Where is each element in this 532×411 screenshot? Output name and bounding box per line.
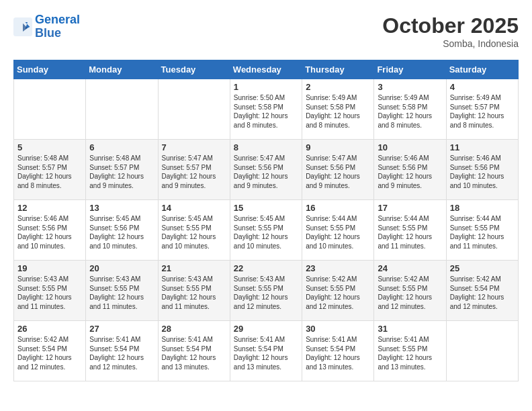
location: Somba, Indonesia [382, 38, 519, 49]
calendar-cell: 16Sunrise: 5:44 AM Sunset: 5:55 PM Dayli… [302, 200, 374, 261]
cell-info: Sunrise: 5:43 AM Sunset: 5:55 PM Dayligh… [234, 275, 298, 311]
logo-text: General Blue [35, 13, 80, 40]
calendar-cell: 6Sunrise: 5:48 AM Sunset: 5:57 PM Daylig… [86, 140, 158, 200]
day-number: 10 [378, 142, 442, 152]
cell-info: Sunrise: 5:41 AM Sunset: 5:55 PM Dayligh… [378, 335, 442, 371]
calendar-cell: 1Sunrise: 5:50 AM Sunset: 5:58 PM Daylig… [230, 79, 302, 140]
day-number: 12 [17, 203, 82, 213]
day-number: 31 [378, 324, 442, 334]
cell-info: Sunrise: 5:47 AM Sunset: 5:56 PM Dayligh… [234, 154, 298, 190]
logo: General Blue [13, 13, 80, 40]
calendar-cell: 2Sunrise: 5:49 AM Sunset: 5:58 PM Daylig… [302, 79, 374, 140]
day-number: 26 [17, 324, 82, 334]
calendar-table: SundayMondayTuesdayWednesdayThursdayFrid… [13, 60, 519, 381]
cell-info: Sunrise: 5:41 AM Sunset: 5:54 PM Dayligh… [89, 335, 154, 371]
cell-info: Sunrise: 5:44 AM Sunset: 5:55 PM Dayligh… [378, 214, 442, 250]
calendar-cell: 24Sunrise: 5:42 AM Sunset: 5:55 PM Dayli… [374, 261, 446, 321]
day-number: 16 [306, 203, 370, 213]
weekday-header-row: SundayMondayTuesdayWednesdayThursdayFrid… [14, 60, 519, 79]
day-number: 15 [234, 203, 298, 213]
month-title: October 2025 [382, 13, 519, 38]
week-row-5: 26Sunrise: 5:42 AM Sunset: 5:54 PM Dayli… [14, 321, 519, 381]
calendar-cell: 12Sunrise: 5:46 AM Sunset: 5:56 PM Dayli… [14, 200, 86, 261]
day-number: 25 [450, 263, 515, 273]
calendar-cell: 14Sunrise: 5:45 AM Sunset: 5:55 PM Dayli… [158, 200, 230, 261]
calendar-cell [86, 79, 158, 140]
day-number: 19 [17, 263, 82, 273]
calendar-cell: 30Sunrise: 5:41 AM Sunset: 5:54 PM Dayli… [302, 321, 374, 381]
calendar-cell: 17Sunrise: 5:44 AM Sunset: 5:55 PM Dayli… [374, 200, 446, 261]
cell-info: Sunrise: 5:49 AM Sunset: 5:58 PM Dayligh… [378, 93, 442, 130]
calendar-cell: 5Sunrise: 5:48 AM Sunset: 5:57 PM Daylig… [14, 140, 86, 200]
day-number: 8 [234, 142, 298, 152]
cell-info: Sunrise: 5:44 AM Sunset: 5:55 PM Dayligh… [306, 214, 370, 250]
calendar-cell: 10Sunrise: 5:46 AM Sunset: 5:56 PM Dayli… [374, 140, 446, 200]
logo-icon [13, 17, 32, 36]
calendar-cell: 7Sunrise: 5:47 AM Sunset: 5:57 PM Daylig… [158, 140, 230, 200]
day-number: 30 [306, 324, 370, 334]
day-number: 20 [89, 263, 154, 273]
cell-info: Sunrise: 5:46 AM Sunset: 5:56 PM Dayligh… [450, 154, 515, 190]
calendar-cell: 15Sunrise: 5:45 AM Sunset: 5:55 PM Dayli… [230, 200, 302, 261]
day-number: 2 [306, 82, 370, 92]
calendar-cell: 27Sunrise: 5:41 AM Sunset: 5:54 PM Dayli… [86, 321, 158, 381]
calendar-cell: 25Sunrise: 5:42 AM Sunset: 5:54 PM Dayli… [446, 261, 518, 321]
week-row-2: 5Sunrise: 5:48 AM Sunset: 5:57 PM Daylig… [14, 140, 519, 200]
day-number: 4 [450, 82, 515, 92]
day-number: 11 [450, 142, 515, 152]
logo-line2: Blue [35, 26, 61, 40]
day-number: 22 [234, 263, 298, 273]
cell-info: Sunrise: 5:41 AM Sunset: 5:54 PM Dayligh… [234, 335, 298, 371]
day-number: 17 [378, 203, 442, 213]
calendar-cell: 20Sunrise: 5:43 AM Sunset: 5:55 PM Dayli… [86, 261, 158, 321]
cell-info: Sunrise: 5:48 AM Sunset: 5:57 PM Dayligh… [89, 154, 154, 190]
day-number: 13 [89, 203, 154, 213]
calendar-cell: 3Sunrise: 5:49 AM Sunset: 5:58 PM Daylig… [374, 79, 446, 140]
day-number: 29 [234, 324, 298, 334]
cell-info: Sunrise: 5:47 AM Sunset: 5:57 PM Dayligh… [162, 154, 226, 190]
cell-info: Sunrise: 5:44 AM Sunset: 5:55 PM Dayligh… [450, 214, 515, 250]
week-row-4: 19Sunrise: 5:43 AM Sunset: 5:55 PM Dayli… [14, 261, 519, 321]
day-number: 21 [162, 263, 226, 273]
cell-info: Sunrise: 5:43 AM Sunset: 5:55 PM Dayligh… [17, 275, 82, 311]
day-number: 7 [162, 142, 226, 152]
calendar-cell [158, 79, 230, 140]
week-row-3: 12Sunrise: 5:46 AM Sunset: 5:56 PM Dayli… [14, 200, 519, 261]
weekday-header-saturday: Saturday [446, 60, 518, 79]
calendar-cell: 31Sunrise: 5:41 AM Sunset: 5:55 PM Dayli… [374, 321, 446, 381]
cell-info: Sunrise: 5:41 AM Sunset: 5:54 PM Dayligh… [162, 335, 226, 371]
calendar-cell: 22Sunrise: 5:43 AM Sunset: 5:55 PM Dayli… [230, 261, 302, 321]
calendar-cell: 26Sunrise: 5:42 AM Sunset: 5:54 PM Dayli… [14, 321, 86, 381]
calendar-cell: 23Sunrise: 5:42 AM Sunset: 5:55 PM Dayli… [302, 261, 374, 321]
calendar-cell: 28Sunrise: 5:41 AM Sunset: 5:54 PM Dayli… [158, 321, 230, 381]
calendar-cell: 19Sunrise: 5:43 AM Sunset: 5:55 PM Dayli… [14, 261, 86, 321]
weekday-header-thursday: Thursday [302, 60, 374, 79]
weekday-header-friday: Friday [374, 60, 446, 79]
day-number: 3 [378, 82, 442, 92]
cell-info: Sunrise: 5:43 AM Sunset: 5:55 PM Dayligh… [89, 275, 154, 311]
cell-info: Sunrise: 5:42 AM Sunset: 5:54 PM Dayligh… [17, 335, 82, 371]
calendar-cell: 21Sunrise: 5:43 AM Sunset: 5:55 PM Dayli… [158, 261, 230, 321]
cell-info: Sunrise: 5:45 AM Sunset: 5:56 PM Dayligh… [89, 214, 154, 250]
cell-info: Sunrise: 5:48 AM Sunset: 5:57 PM Dayligh… [17, 154, 82, 190]
day-number: 1 [234, 82, 298, 92]
weekday-header-monday: Monday [86, 60, 158, 79]
day-number: 9 [306, 142, 370, 152]
calendar-cell: 11Sunrise: 5:46 AM Sunset: 5:56 PM Dayli… [446, 140, 518, 200]
calendar-cell: 18Sunrise: 5:44 AM Sunset: 5:55 PM Dayli… [446, 200, 518, 261]
day-number: 27 [89, 324, 154, 334]
day-number: 6 [89, 142, 154, 152]
cell-info: Sunrise: 5:49 AM Sunset: 5:58 PM Dayligh… [306, 93, 370, 130]
calendar-cell: 8Sunrise: 5:47 AM Sunset: 5:56 PM Daylig… [230, 140, 302, 200]
calendar-cell: 29Sunrise: 5:41 AM Sunset: 5:54 PM Dayli… [230, 321, 302, 381]
cell-info: Sunrise: 5:47 AM Sunset: 5:56 PM Dayligh… [306, 154, 370, 190]
day-number: 28 [162, 324, 226, 334]
cell-info: Sunrise: 5:46 AM Sunset: 5:56 PM Dayligh… [17, 214, 82, 250]
weekday-header-wednesday: Wednesday [230, 60, 302, 79]
cell-info: Sunrise: 5:41 AM Sunset: 5:54 PM Dayligh… [306, 335, 370, 371]
weekday-header-tuesday: Tuesday [158, 60, 230, 79]
calendar-cell: 9Sunrise: 5:47 AM Sunset: 5:56 PM Daylig… [302, 140, 374, 200]
page-header: General Blue October 2025 Somba, Indones… [13, 13, 519, 49]
calendar-cell: 13Sunrise: 5:45 AM Sunset: 5:56 PM Dayli… [86, 200, 158, 261]
logo-line1: General [35, 13, 80, 26]
